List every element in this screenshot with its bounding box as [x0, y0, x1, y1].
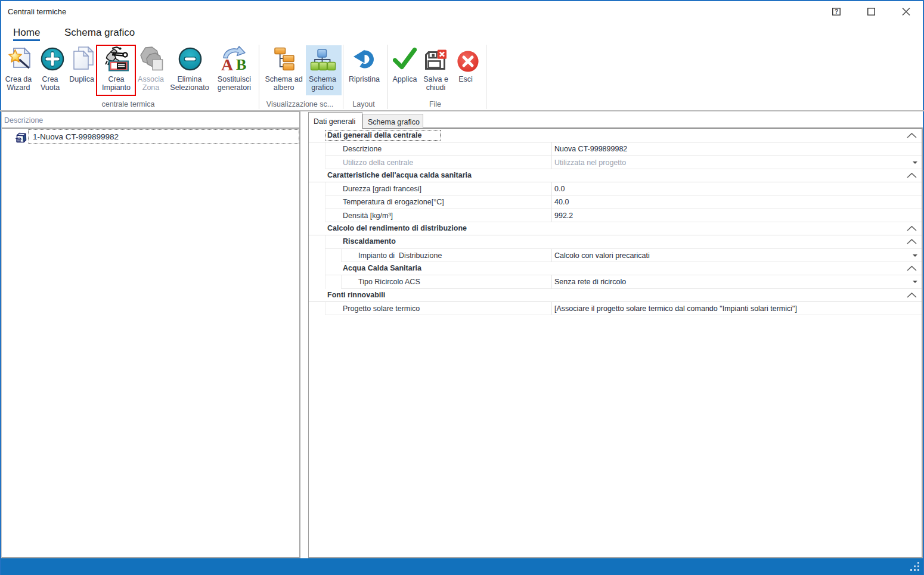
svg-text:A: A — [221, 55, 234, 72]
svg-text:?: ? — [835, 8, 838, 15]
svg-text:B: B — [236, 56, 246, 72]
